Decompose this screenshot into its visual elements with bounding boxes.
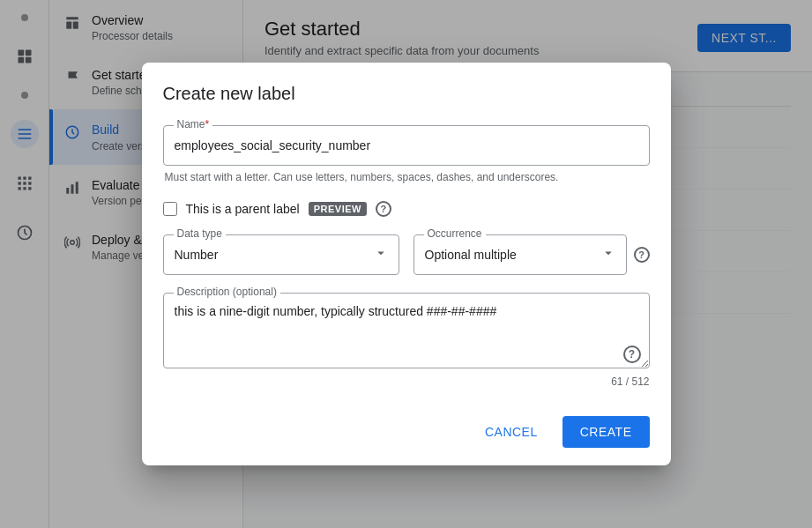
parent-label-row: This is a parent label PREVIEW ? — [163, 201, 650, 217]
occurrence-select-wrapper: Optional multiple Required once Required… — [413, 234, 627, 275]
description-field: Description (optional) this is a nine-di… — [163, 293, 650, 388]
parent-help-icon[interactable]: ? — [376, 201, 391, 217]
occurrence-field: Occurrence Optional multiple Required on… — [413, 234, 650, 275]
description-label: Description (optional) — [174, 286, 280, 298]
name-hint: Must start with a letter. Can use letter… — [163, 171, 650, 183]
data-type-select-wrapper: Number Text Money Date Address Boolean I… — [163, 234, 399, 275]
data-type-label: Data type — [174, 227, 226, 240]
data-type-field: Data type Number Text Money Date Address… — [163, 234, 399, 275]
data-type-select[interactable]: Number Text Money Date Address Boolean I… — [163, 234, 399, 275]
cancel-button[interactable]: CANCEL — [467, 416, 555, 448]
name-input[interactable] — [163, 125, 650, 166]
occurrence-select[interactable]: Optional multiple Required once Required… — [413, 234, 627, 275]
occurrence-help-icon[interactable]: ? — [634, 247, 650, 263]
parent-label-checkbox[interactable] — [163, 202, 177, 216]
description-help-icon[interactable]: ? — [623, 346, 641, 363]
required-marker: * — [205, 118, 210, 130]
occurrence-label: Occurrence — [424, 227, 486, 240]
name-label: Name* — [174, 118, 213, 130]
preview-badge: PREVIEW — [309, 202, 367, 216]
description-textarea[interactable]: this is a nine-digit number, typically s… — [163, 293, 650, 368]
dialog-actions: CANCEL CREATE — [163, 409, 650, 448]
modal-overlay: Create new label Name* Must start with a… — [0, 0, 812, 528]
create-label-dialog: Create new label Name* Must start with a… — [142, 63, 671, 465]
parent-label-text: This is a parent label — [186, 202, 300, 216]
name-field: Name* Must start with a letter. Can use … — [163, 125, 650, 183]
create-button[interactable]: CREATE — [562, 416, 650, 448]
char-count: 61 / 512 — [611, 376, 649, 388]
dialog-title: Create new label — [163, 84, 650, 104]
